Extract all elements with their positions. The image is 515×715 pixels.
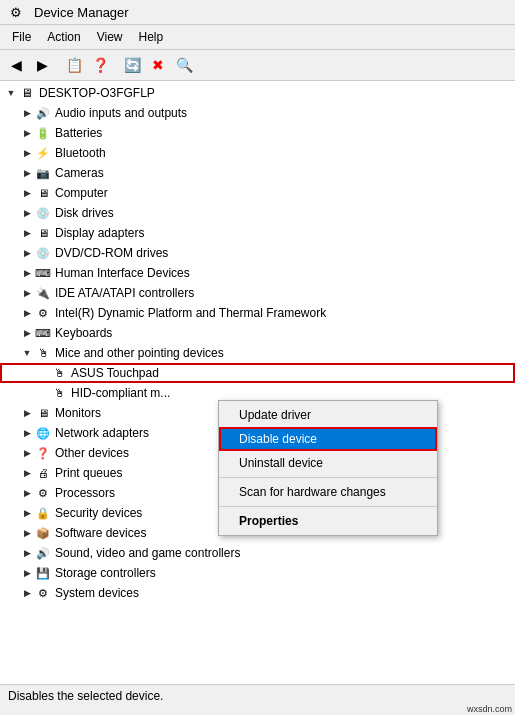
other-icon (35, 445, 51, 461)
watermark: wxsdn.com (464, 703, 515, 715)
system-icon (35, 585, 51, 601)
touchpad-label: ASUS Touchpad (71, 366, 159, 380)
properties-button[interactable]: 📋 (62, 53, 86, 77)
network-arrow (20, 426, 34, 440)
tree-item-bluetooth[interactable]: Bluetooth (0, 143, 515, 163)
display-icon (35, 225, 51, 241)
tree-item-sound[interactable]: Sound, video and game controllers (0, 543, 515, 563)
tree-item-batteries[interactable]: Batteries (0, 123, 515, 143)
cameras-label: Cameras (55, 166, 104, 180)
display-label: Display adapters (55, 226, 144, 240)
print-arrow (20, 466, 34, 480)
menu-help[interactable]: Help (131, 27, 172, 47)
scan-button[interactable]: 🔍 (172, 53, 196, 77)
computer-label: Computer (55, 186, 108, 200)
bluetooth-arrow (20, 146, 34, 160)
software-arrow (20, 526, 34, 540)
uninstall-button[interactable]: ✖ (146, 53, 170, 77)
mice-icon (35, 345, 51, 361)
context-menu: Update driver Disable device Uninstall d… (218, 400, 438, 536)
back-button[interactable]: ◀ (4, 53, 28, 77)
ctx-scan[interactable]: Scan for hardware changes (219, 480, 437, 504)
tree-item-display[interactable]: Display adapters (0, 223, 515, 243)
menu-action[interactable]: Action (39, 27, 88, 47)
monitors-label: Monitors (55, 406, 101, 420)
cameras-arrow (20, 166, 34, 180)
tree-item-mice[interactable]: Mice and other pointing devices (0, 343, 515, 363)
software-icon (35, 525, 51, 541)
monitors-icon (35, 405, 51, 421)
hid-arrow (20, 266, 34, 280)
tree-item-dvd[interactable]: DVD/CD-ROM drives (0, 243, 515, 263)
intel-label: Intel(R) Dynamic Platform and Thermal Fr… (55, 306, 326, 320)
ctx-disable-device[interactable]: Disable device (219, 427, 437, 451)
status-bar: Disables the selected device. (0, 684, 515, 706)
security-icon (35, 505, 51, 521)
disk-icon (35, 205, 51, 221)
ctx-sep2 (219, 506, 437, 507)
touchpad-icon (51, 365, 67, 381)
network-icon (35, 425, 51, 441)
batteries-label: Batteries (55, 126, 102, 140)
system-arrow (20, 586, 34, 600)
network-label: Network adapters (55, 426, 149, 440)
storage-icon (35, 565, 51, 581)
forward-button[interactable]: ▶ (30, 53, 54, 77)
tree-item-touchpad[interactable]: ASUS Touchpad (0, 363, 515, 383)
status-text: Disables the selected device. (8, 689, 163, 703)
dvd-arrow (20, 246, 34, 260)
audio-icon (35, 105, 51, 121)
storage-arrow (20, 566, 34, 580)
menu-file[interactable]: File (4, 27, 39, 47)
keyboard-arrow (20, 326, 34, 340)
ctx-uninstall-device[interactable]: Uninstall device (219, 451, 437, 475)
tree-item-keyboard[interactable]: Keyboards (0, 323, 515, 343)
tree-item-system[interactable]: System devices (0, 583, 515, 603)
ide-arrow (20, 286, 34, 300)
sound-arrow (20, 546, 34, 560)
ide-label: IDE ATA/ATAPI controllers (55, 286, 194, 300)
toolbar: ◀ ▶ 📋 ❓ 🔄 ✖ 🔍 (0, 50, 515, 81)
ctx-update-driver[interactable]: Update driver (219, 403, 437, 427)
tree-item-audio[interactable]: Audio inputs and outputs (0, 103, 515, 123)
hid-icon (35, 265, 51, 281)
other-arrow (20, 446, 34, 460)
cpu-icon (35, 485, 51, 501)
ctx-properties[interactable]: Properties (219, 509, 437, 533)
display-arrow (20, 226, 34, 240)
root-icon (19, 85, 35, 101)
keyboard-icon (35, 325, 51, 341)
hid2-icon (51, 385, 67, 401)
hid2-label: HID-compliant m... (71, 386, 170, 400)
update-driver-button[interactable]: 🔄 (120, 53, 144, 77)
intel-arrow (20, 306, 34, 320)
help-button[interactable]: ❓ (88, 53, 112, 77)
device-tree[interactable]: DESKTOP-O3FGFLP Audio inputs and outputs… (0, 81, 515, 684)
tree-item-cameras[interactable]: Cameras (0, 163, 515, 183)
software-label: Software devices (55, 526, 146, 540)
tree-item-computer[interactable]: Computer (0, 183, 515, 203)
mice-arrow (20, 346, 34, 360)
tree-item-intel[interactable]: Intel(R) Dynamic Platform and Thermal Fr… (0, 303, 515, 323)
tree-root[interactable]: DESKTOP-O3FGFLP (0, 83, 515, 103)
system-label: System devices (55, 586, 139, 600)
sound-label: Sound, video and game controllers (55, 546, 240, 560)
menu-view[interactable]: View (89, 27, 131, 47)
print-label: Print queues (55, 466, 122, 480)
main-area: DESKTOP-O3FGFLP Audio inputs and outputs… (0, 81, 515, 684)
disk-arrow (20, 206, 34, 220)
tree-item-ide[interactable]: IDE ATA/ATAPI controllers (0, 283, 515, 303)
tree-item-disk[interactable]: Disk drives (0, 203, 515, 223)
tree-item-storage[interactable]: Storage controllers (0, 563, 515, 583)
title-icon: ⚙ (8, 4, 24, 20)
ctx-sep1 (219, 477, 437, 478)
ide-icon (35, 285, 51, 301)
audio-arrow (20, 106, 34, 120)
sound-icon (35, 545, 51, 561)
tree-item-hid[interactable]: Human Interface Devices (0, 263, 515, 283)
bluetooth-icon (35, 145, 51, 161)
keyboard-label: Keyboards (55, 326, 112, 340)
disk-label: Disk drives (55, 206, 114, 220)
monitors-arrow (20, 406, 34, 420)
cameras-icon (35, 165, 51, 181)
